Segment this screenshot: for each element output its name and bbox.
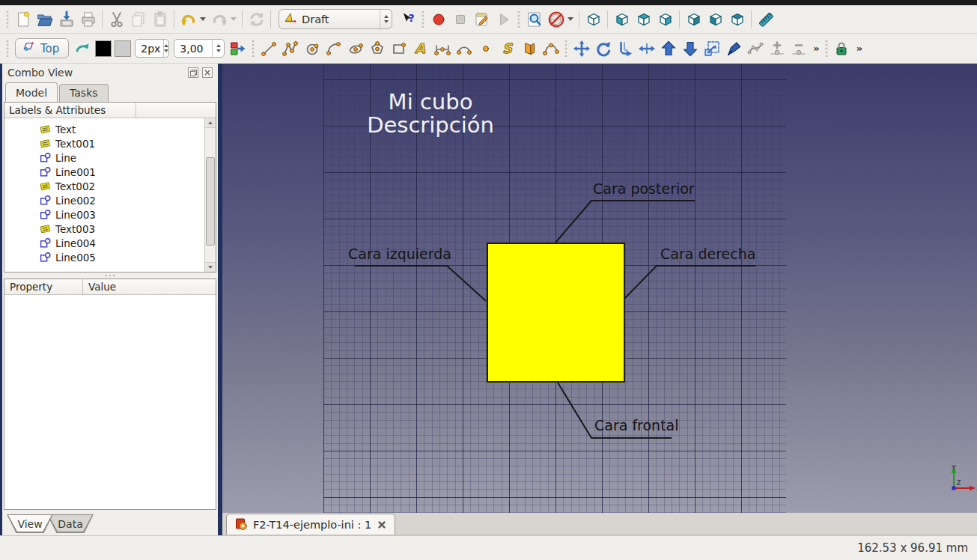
face-label-text[interactable]: Cara derecha xyxy=(660,246,755,262)
view-front-icon[interactable] xyxy=(611,8,633,30)
copy-icon[interactable] xyxy=(127,8,149,30)
draft-edit-icon[interactable] xyxy=(722,37,744,59)
paste-icon[interactable] xyxy=(149,8,171,30)
draft-trimex-icon[interactable] xyxy=(636,37,657,59)
text-size-spinbox-value[interactable]: 3,00 xyxy=(174,43,212,55)
float-panel-button[interactable] xyxy=(188,67,198,78)
refresh-icon[interactable] xyxy=(246,8,267,30)
measure-distance-icon[interactable] xyxy=(755,8,776,30)
tree-item-text002[interactable]: Text002 xyxy=(4,179,204,193)
apply-style-icon[interactable] xyxy=(227,37,249,59)
draft-polygon-icon[interactable] xyxy=(366,37,388,59)
draw-style-icon[interactable] xyxy=(545,8,567,30)
view-rear-icon[interactable] xyxy=(683,8,704,30)
tab-tasks[interactable]: Tasks xyxy=(59,84,109,102)
toolbar-drag-handle[interactable] xyxy=(517,11,521,28)
draft-dimension-icon[interactable] xyxy=(431,37,453,59)
rectangle-object[interactable] xyxy=(487,243,625,383)
undo-icon[interactable] xyxy=(177,8,199,30)
tree-item-text003[interactable]: Text003 xyxy=(4,222,204,236)
tree-item-line[interactable]: Line xyxy=(4,150,204,165)
whats-this-icon[interactable]: ? xyxy=(397,8,419,30)
close-panel-button[interactable] xyxy=(202,67,213,78)
toolbar-drag-handle[interactable] xyxy=(564,40,568,57)
view-left-icon[interactable] xyxy=(726,8,748,30)
tree-item-line002[interactable]: Line002 xyxy=(4,193,204,207)
draft-shapestring-icon[interactable]: S xyxy=(496,37,518,59)
tree-item-text001[interactable]: Text001 xyxy=(4,136,204,150)
3d-viewport[interactable]: Mi cubo Descripción Cara posteriorCara i… xyxy=(222,64,977,513)
macro-stop-icon[interactable] xyxy=(449,8,471,30)
line-width-spinbox-value[interactable]: 2px xyxy=(136,43,163,55)
document-tab[interactable]: F2-T14-ejemplo-ini : 1 xyxy=(226,514,395,535)
macro-play-icon[interactable] xyxy=(493,8,514,30)
tab-view[interactable]: View xyxy=(7,514,53,533)
draft-upgrade-icon[interactable] xyxy=(657,37,679,59)
macro-edit-icon[interactable] xyxy=(471,8,493,30)
panel-splitter-handle[interactable] xyxy=(2,273,218,279)
tab-data[interactable]: Data xyxy=(47,514,94,533)
draft-add-point-icon[interactable] xyxy=(766,37,788,59)
draft-text-icon[interactable]: A xyxy=(410,37,431,59)
toolbar-drag-handle[interactable] xyxy=(5,11,10,28)
new-file-icon[interactable] xyxy=(12,8,34,30)
save-file-icon[interactable] xyxy=(55,8,77,30)
draft-downgrade-icon[interactable] xyxy=(679,37,701,59)
print-icon[interactable] xyxy=(77,8,99,30)
line-width-spinbox[interactable]: 2px xyxy=(135,39,169,58)
tree-item-text[interactable]: Text xyxy=(4,122,204,136)
macro-record-icon[interactable] xyxy=(427,8,449,30)
toolbar-drag-handle[interactable] xyxy=(421,11,425,28)
property-column-header[interactable]: Property xyxy=(4,279,83,294)
tree-scrollbar[interactable] xyxy=(204,118,216,272)
toolbar-drag-handle[interactable] xyxy=(251,40,255,57)
tree-item-line001[interactable]: Line001 xyxy=(4,165,204,179)
redo-dropdown-icon[interactable] xyxy=(231,17,237,21)
draft-wire-icon[interactable] xyxy=(279,37,301,59)
draft-offset-icon[interactable] xyxy=(614,37,636,59)
face-label-text[interactable]: Cara izquierda xyxy=(348,246,451,262)
draft-line-icon[interactable] xyxy=(258,37,279,59)
undo-dropdown-icon[interactable] xyxy=(200,17,206,21)
scroll-down-icon[interactable] xyxy=(205,262,216,272)
draft-del-point-icon[interactable] xyxy=(788,37,809,59)
line-color-button[interactable] xyxy=(95,40,112,57)
view-top-icon[interactable] xyxy=(633,8,654,30)
view-axonometric-icon[interactable] xyxy=(582,8,604,30)
draft-bspline-icon[interactable] xyxy=(453,37,475,59)
construction-mode-icon[interactable] xyxy=(72,37,94,59)
face-label-text[interactable]: Cara posterior xyxy=(593,180,695,197)
tab-model[interactable]: Model xyxy=(5,82,58,102)
draft-point-icon[interactable] xyxy=(475,37,496,59)
draft-circle-icon[interactable] xyxy=(301,37,323,59)
draft-wire-to-bspline-icon[interactable] xyxy=(744,37,766,59)
draft-rectangle-icon[interactable] xyxy=(388,37,410,59)
toolbar-drag-handle[interactable] xyxy=(5,40,10,57)
draft-move-icon[interactable] xyxy=(570,37,592,59)
cut-icon[interactable] xyxy=(106,8,127,30)
draft-rotate-icon[interactable] xyxy=(592,37,614,59)
tree-header-label[interactable]: Labels & Attributes xyxy=(4,103,136,118)
toolbar-drag-handle[interactable] xyxy=(824,40,829,57)
workbench-spinner[interactable] xyxy=(380,10,392,28)
toolbar-overflow-chevron[interactable]: » xyxy=(856,43,861,54)
draw-style-dropdown-icon[interactable] xyxy=(567,17,573,21)
redo-icon[interactable] xyxy=(208,8,230,30)
scroll-up-icon[interactable] xyxy=(205,118,216,128)
workbench-selector[interactable]: Draft xyxy=(279,9,392,29)
open-file-icon[interactable] xyxy=(34,8,55,30)
view-right-icon[interactable] xyxy=(654,8,676,30)
draft-bezcurve-icon[interactable] xyxy=(540,37,561,59)
tree-item-line003[interactable]: Line003 xyxy=(4,207,204,222)
draft-scale-icon[interactable] xyxy=(701,37,722,59)
fit-all-icon[interactable] xyxy=(523,8,545,30)
value-column-header[interactable]: Value xyxy=(83,279,216,294)
text-size-spinbox-spinner[interactable] xyxy=(212,40,224,57)
line-width-spinbox-spinner[interactable] xyxy=(163,40,168,57)
tree-item-line004[interactable]: Line004 xyxy=(4,236,204,250)
face-label-text[interactable]: Cara frontal xyxy=(594,417,679,433)
close-tab-icon[interactable] xyxy=(377,520,386,529)
view-bottom-icon[interactable] xyxy=(704,8,726,30)
snap-lock-icon[interactable] xyxy=(831,37,853,59)
toolbar-overflow-chevron[interactable]: » xyxy=(813,43,818,54)
